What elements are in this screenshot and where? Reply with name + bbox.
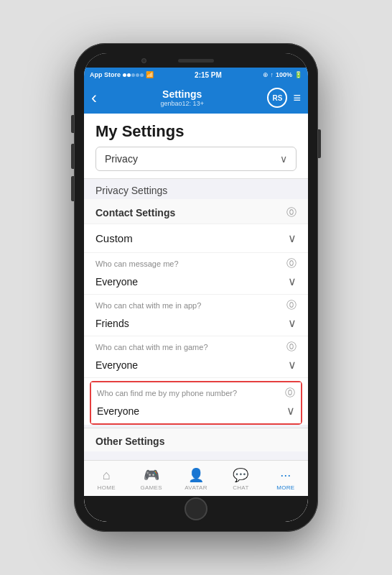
contact-settings-group: Contact Settings ⓪ Custom ∨ Who can mess… xyxy=(84,199,308,425)
contact-settings-title: Contact Settings xyxy=(95,207,175,218)
main-category-value: Privacy xyxy=(105,153,138,165)
back-chevron-icon: ‹ xyxy=(91,88,97,108)
nav-title-text: Settings xyxy=(162,88,202,100)
phone-frame: App Store 📶 2:15 PM ⊕ ↑ 100% 🔋 ‹ xyxy=(74,43,318,532)
who-can-find-phone-value: Everyone xyxy=(97,405,139,417)
privacy-settings-label: Privacy Settings xyxy=(84,179,308,199)
battery-text: 100% xyxy=(276,71,292,78)
who-can-chat-app-chevron-icon: ∨ xyxy=(288,316,297,330)
home-icon: ⌂ xyxy=(103,468,111,483)
contact-settings-value: Custom xyxy=(95,232,133,244)
main-category-chevron-icon: ∨ xyxy=(280,153,287,165)
phone-screen: App Store 📶 2:15 PM ⊕ ↑ 100% 🔋 ‹ xyxy=(84,53,308,522)
who-can-chat-app-value: Friends xyxy=(95,318,129,329)
robux-icon[interactable]: RS xyxy=(267,88,287,108)
phone-speaker xyxy=(178,59,214,63)
contact-settings-dropdown[interactable]: Custom ∨ xyxy=(84,224,308,253)
who-can-chat-game-row: Who can chat with me in game? ⓪ Everyone… xyxy=(84,336,308,378)
contact-settings-help-icon[interactable]: ⓪ xyxy=(286,206,297,219)
message-help-icon[interactable]: ⓪ xyxy=(286,257,297,270)
power-button xyxy=(318,129,321,158)
who-can-message-label: Who can message me? xyxy=(95,259,179,268)
tab-avatar[interactable]: 👤 AVATAR xyxy=(174,467,218,491)
who-can-chat-game-chevron-icon: ∨ xyxy=(288,358,297,372)
who-can-message-row: Who can message me? ⓪ Everyone ∨ xyxy=(84,253,308,295)
other-settings-header: Other Settings xyxy=(84,428,308,451)
tab-games[interactable]: 🎮 GAMES xyxy=(129,467,173,491)
location-icon: ⊕ ↑ xyxy=(263,71,274,78)
who-can-message-chevron-icon: ∨ xyxy=(288,275,297,288)
status-left: App Store 📶 xyxy=(90,71,154,78)
tab-avatar-label: AVATAR xyxy=(185,484,207,491)
who-can-chat-app-label: Who can chat with me in app? xyxy=(95,301,201,310)
signal-dot-5 xyxy=(140,73,144,77)
signal-dot-2 xyxy=(127,73,131,77)
nav-right-icons: RS ≡ xyxy=(267,88,301,108)
who-can-find-phone-label-row: Who can find me by my phone number? ⓪ xyxy=(97,382,295,400)
signal-dot-1 xyxy=(123,73,126,77)
tab-chat-label: CHAT xyxy=(233,484,248,491)
signal-indicator xyxy=(123,73,144,77)
volume-down-button xyxy=(71,176,74,201)
who-can-chat-game-dropdown[interactable]: Everyone ∨ xyxy=(95,354,297,377)
tab-home-label: HOME xyxy=(98,484,116,491)
who-can-chat-game-label-row: Who can chat with me in game? ⓪ xyxy=(95,336,297,354)
tab-more-label: MORE xyxy=(276,484,294,491)
more-icon: ··· xyxy=(280,468,291,483)
contact-settings-chevron-icon: ∨ xyxy=(288,231,297,245)
who-can-chat-app-row: Who can chat with me in app? ⓪ Friends ∨ xyxy=(84,295,308,336)
nav-title-area: Settings genbao12: 13+ xyxy=(161,88,204,107)
volume-up-button xyxy=(71,144,74,169)
nav-subtitle-text: genbao12: 13+ xyxy=(161,100,204,107)
who-can-chat-game-label: Who can chat with me in game? xyxy=(95,343,208,351)
who-can-message-label-row: Who can message me? ⓪ xyxy=(95,253,297,270)
who-can-find-phone-label: Who can find me by my phone number? xyxy=(97,389,237,397)
tab-home[interactable]: ⌂ HOME xyxy=(84,468,129,491)
battery-icon: 🔋 xyxy=(294,71,302,78)
signal-dot-3 xyxy=(131,73,135,77)
page-title: My Settings xyxy=(95,122,297,141)
avatar-icon: 👤 xyxy=(188,467,204,483)
page-title-section: My Settings Privacy ∨ xyxy=(84,114,308,179)
menu-icon[interactable]: ≡ xyxy=(293,91,301,106)
contact-settings-header: Contact Settings ⓪ xyxy=(84,199,308,224)
home-button-area xyxy=(84,496,308,522)
who-can-find-phone-dropdown[interactable]: Everyone ∨ xyxy=(97,400,295,423)
who-can-chat-game-value: Everyone xyxy=(95,359,138,371)
tab-bar: ⌂ HOME 🎮 GAMES 👤 AVATAR 💬 CHAT ··· MORE xyxy=(84,460,308,496)
wifi-icon: 📶 xyxy=(146,71,154,78)
mute-button xyxy=(71,115,74,133)
tab-more[interactable]: ··· MORE xyxy=(263,468,308,491)
tab-games-label: GAMES xyxy=(140,484,162,491)
phone-top-notch xyxy=(84,53,308,68)
chat-icon: 💬 xyxy=(233,467,248,483)
find-phone-help-icon[interactable]: ⓪ xyxy=(285,387,295,400)
who-can-find-phone-highlighted-container: Who can find me by my phone number? ⓪ Ev… xyxy=(90,381,302,425)
front-camera xyxy=(141,58,146,63)
chat-app-help-icon[interactable]: ⓪ xyxy=(286,299,297,312)
main-content: My Settings Privacy ∨ Privacy Settings C… xyxy=(84,114,308,460)
status-bar: App Store 📶 2:15 PM ⊕ ↑ 100% 🔋 xyxy=(84,68,308,82)
home-button[interactable] xyxy=(185,497,207,520)
status-time: 2:15 PM xyxy=(195,71,222,79)
games-icon: 🎮 xyxy=(144,467,159,483)
carrier-text: App Store xyxy=(90,71,121,78)
who-can-chat-app-dropdown[interactable]: Friends ∨ xyxy=(95,312,297,336)
who-can-find-phone-row: Who can find me by my phone number? ⓪ Ev… xyxy=(91,382,301,423)
navigation-bar: ‹ Settings genbao12: 13+ RS ≡ xyxy=(84,82,308,114)
main-category-dropdown[interactable]: Privacy ∨ xyxy=(95,147,297,171)
status-right: ⊕ ↑ 100% 🔋 xyxy=(263,71,302,78)
who-can-find-phone-chevron-icon: ∨ xyxy=(286,404,295,418)
chat-game-help-icon[interactable]: ⓪ xyxy=(286,341,297,354)
back-button[interactable]: ‹ xyxy=(91,88,97,108)
who-can-message-dropdown[interactable]: Everyone ∨ xyxy=(95,270,297,294)
who-can-message-value: Everyone xyxy=(95,276,138,288)
signal-dot-4 xyxy=(136,73,139,77)
who-can-chat-app-label-row: Who can chat with me in app? ⓪ xyxy=(95,295,297,312)
tab-chat[interactable]: 💬 CHAT xyxy=(218,467,263,491)
